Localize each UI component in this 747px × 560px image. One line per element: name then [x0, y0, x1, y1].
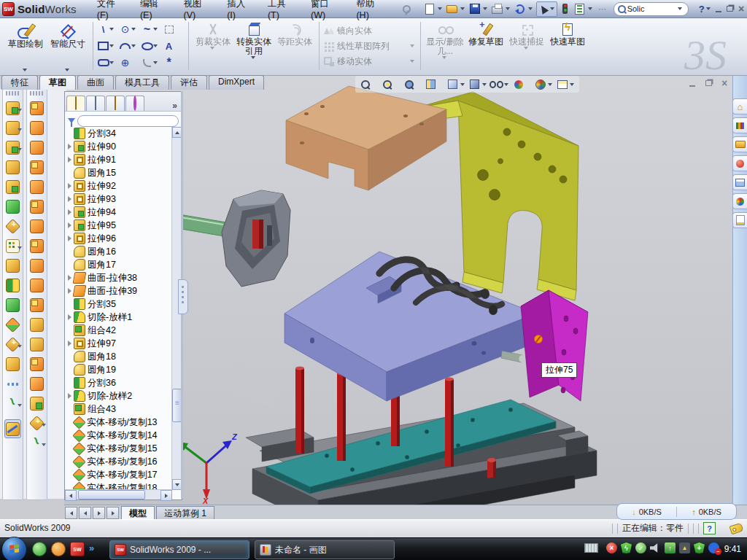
dropdown-caret-icon[interactable]: [410, 44, 414, 47]
dropdown-caret-icon[interactable]: [109, 61, 114, 64]
polygon-icon[interactable]: [119, 57, 131, 69]
zoom-fit-icon[interactable]: [358, 78, 372, 91]
hide-show-items-icon[interactable]: [489, 78, 503, 91]
property-manager-tab[interactable]: [86, 96, 105, 111]
dropdown-caret-icon[interactable]: [131, 28, 136, 31]
dropdown-caret-icon[interactable]: [18, 246, 22, 249]
toolbar-icon[interactable]: [30, 239, 44, 253]
dropdown-caret-icon[interactable]: [506, 7, 510, 10]
toolbar-icon[interactable]: [6, 279, 20, 292]
selection-box-icon[interactable]: [163, 23, 175, 35]
arc-icon[interactable]: [119, 40, 131, 52]
new-file-icon[interactable]: [423, 2, 436, 15]
spline-icon[interactable]: [141, 23, 153, 35]
mirror-entities-button[interactable]: 镜向实体: [323, 25, 417, 37]
configuration-manager-tab[interactable]: [106, 96, 125, 111]
tree-item[interactable]: 曲面-拉伸39: [66, 284, 172, 298]
red-cylinder[interactable]: [487, 458, 496, 478]
tree-item[interactable]: 曲面-拉伸38: [66, 271, 172, 284]
model-tab[interactable]: 模型: [121, 506, 155, 520]
sketch-fillet-icon[interactable]: [141, 57, 153, 69]
tree-item[interactable]: 组合42: [66, 324, 172, 337]
expand-arrow-icon[interactable]: [68, 341, 71, 346]
menu-item[interactable]: 工具(T): [266, 0, 293, 22]
measure-button-pressed[interactable]: [4, 419, 21, 438]
tree-horizontal-scrollbar[interactable]: [65, 489, 172, 499]
trim-entities-button[interactable]: 剪裁实体: [193, 19, 233, 73]
tree-item[interactable]: 切除-放样2: [66, 389, 172, 402]
display-delete-relations-button[interactable]: 显示/删除几...: [425, 19, 465, 73]
help-button[interactable]: ?: [699, 4, 705, 15]
model-tab[interactable]: 运动算例 1: [156, 506, 214, 520]
tree-item[interactable]: 拉伸92: [66, 179, 172, 192]
tree-item[interactable]: 拉伸96: [66, 232, 172, 245]
dropdown-caret-icon[interactable]: [251, 56, 255, 59]
security-shield-tray-icon[interactable]: [621, 542, 632, 553]
protection-tray-icon[interactable]: [694, 542, 705, 553]
dropdown-caret-icon[interactable]: [42, 443, 46, 446]
search-caret-icon[interactable]: [678, 7, 682, 10]
toolbar-icon[interactable]: [30, 318, 44, 332]
more-tools-icon[interactable]: ⋯: [596, 2, 609, 15]
toolbar-icon[interactable]: [6, 259, 20, 273]
toolbar-icon[interactable]: [6, 357, 20, 371]
rectangle-icon[interactable]: [97, 40, 109, 52]
messenger-quicklaunch-icon[interactable]: [32, 542, 47, 556]
rapid-sketch-button[interactable]: 快速草图: [547, 19, 588, 73]
volume-tray-icon[interactable]: [650, 542, 661, 553]
toolbar-icon[interactable]: [30, 101, 44, 115]
toolbar-icon[interactable]: [30, 357, 44, 371]
toolbar-icon[interactable]: [5, 317, 20, 332]
quicklaunch-chevron-icon[interactable]: »: [89, 542, 94, 556]
last-tab-button[interactable]: [107, 507, 119, 519]
toolbar-icon[interactable]: [30, 219, 44, 233]
toolbar-icon[interactable]: [5, 219, 20, 234]
dropdown-caret-icon[interactable]: [410, 60, 414, 63]
options-icon[interactable]: [573, 2, 587, 15]
tree-item[interactable]: 圆角15: [66, 166, 172, 179]
taskbar-clock[interactable]: 9:41: [724, 544, 741, 554]
quick-tips-button[interactable]: ?: [703, 522, 716, 534]
tree-item[interactable]: 实体-移动/复制13: [66, 416, 172, 429]
sketch-text-icon[interactable]: [163, 40, 175, 52]
antivirus-tray-icon[interactable]: [606, 542, 617, 553]
design-library-icon[interactable]: [732, 117, 747, 133]
dropdown-caret-icon[interactable]: [550, 7, 554, 10]
zoom-area-icon[interactable]: [380, 78, 394, 91]
ellipse-icon[interactable]: [141, 40, 153, 52]
select-tool-icon[interactable]: [537, 2, 550, 15]
move-entities-button[interactable]: 移动实体: [323, 55, 417, 68]
expand-arrow-icon[interactable]: [68, 222, 71, 228]
expand-arrow-icon[interactable]: [68, 144, 71, 149]
dropdown-caret-icon[interactable]: [65, 69, 69, 71]
close-button[interactable]: ×: [735, 3, 747, 15]
dropdown-caret-icon[interactable]: [528, 7, 533, 10]
pin-icon[interactable]: [400, 2, 414, 15]
apply-scene-icon[interactable]: [533, 78, 547, 91]
smart-dimension-button[interactable]: 智能尺寸: [47, 19, 89, 73]
toolbar-icon[interactable]: [30, 377, 44, 391]
tree-item[interactable]: 拉伸93: [66, 192, 172, 206]
expand-arrow-icon[interactable]: [68, 209, 71, 215]
trade-quicklaunch-icon[interactable]: [51, 542, 66, 556]
menu-item[interactable]: 文件(F): [96, 0, 123, 22]
dropdown-caret-icon[interactable]: [460, 83, 465, 86]
network-tray-icon[interactable]: [665, 542, 676, 553]
toolbar-icon[interactable]: [7, 383, 19, 386]
tree-item[interactable]: 拉伸90: [66, 140, 172, 153]
dropdown-caret-icon[interactable]: [524, 47, 528, 50]
expand-arrow-icon[interactable]: [68, 393, 71, 399]
dropdown-caret-icon[interactable]: [109, 44, 114, 47]
toolbar-icon[interactable]: [30, 180, 44, 194]
tree-item[interactable]: 分割36: [66, 376, 172, 389]
toolbar-icon[interactable]: [30, 298, 44, 312]
dropdown-caret-icon[interactable]: [153, 61, 158, 64]
sketch-button[interactable]: 草图绘制: [4, 19, 47, 73]
dropdown-caret-icon[interactable]: [42, 424, 46, 427]
search-input[interactable]: Solic: [627, 4, 678, 13]
open-file-icon[interactable]: [446, 2, 459, 15]
linear-sketch-pattern-button[interactable]: 线性草图阵列: [323, 40, 417, 52]
solidworks-quicklaunch-icon[interactable]: SW: [70, 542, 85, 556]
tree-item[interactable]: 切除-放样1: [66, 311, 172, 324]
expand-arrow-icon[interactable]: [68, 196, 71, 202]
